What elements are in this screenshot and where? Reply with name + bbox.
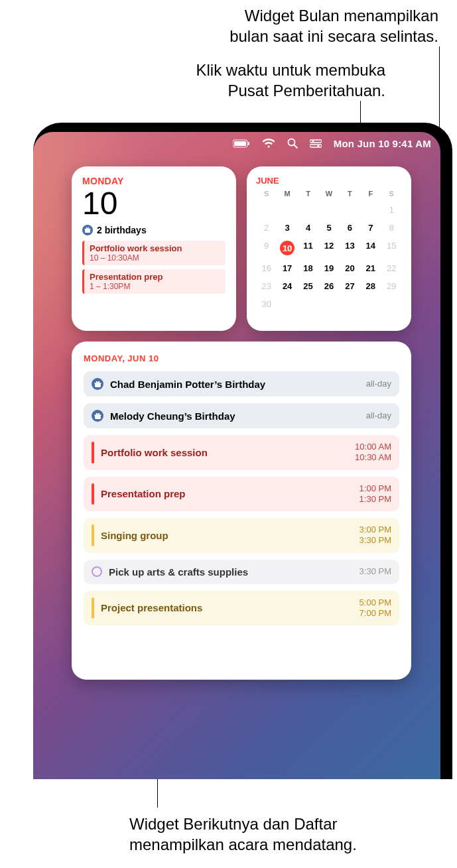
event-color-bar	[92, 442, 94, 464]
calendar-day[interactable]: 9	[256, 237, 277, 259]
gift-icon	[92, 410, 103, 422]
calendar-day[interactable]: 5	[318, 219, 339, 236]
calendar-day[interactable]: 21	[360, 260, 381, 277]
calendar-day	[381, 296, 402, 312]
month-name: JUNE	[256, 176, 402, 186]
device-frame: Mon Jun 10 9:41 AM MONDAY 10 2 birthdays…	[33, 123, 452, 779]
calendar-day[interactable]: 11	[298, 237, 318, 259]
calendar-day	[318, 202, 339, 218]
event-row[interactable]: Project presentations 5:00 PM7:00 PM	[84, 591, 399, 626]
calendar-day	[277, 296, 297, 312]
event-title: Melody Cheung’s Birthday	[110, 410, 366, 422]
dow-label: F	[360, 190, 381, 200]
svg-rect-5	[310, 140, 322, 143]
calendar-day[interactable]: 29	[381, 278, 402, 294]
event-color-bar	[92, 483, 94, 505]
svg-rect-7	[310, 145, 322, 147]
event-time: all-day	[366, 410, 391, 421]
menubar-clock[interactable]: Mon Jun 10 9:41 AM	[334, 138, 431, 149]
svg-rect-14	[97, 383, 98, 387]
event-color-bar	[92, 525, 94, 546]
calendar-day	[318, 296, 339, 312]
calendar-day	[256, 202, 277, 218]
notification-center-widgets: MONDAY 10 2 birthdays Portfolio work ses…	[72, 166, 427, 680]
event-row[interactable]: Pick up arts & crafts supplies 3:30 PM	[84, 560, 399, 584]
calendar-list-widget[interactable]: MONDAY, JUN 10 Chad Benjamin Potter’s Bi…	[72, 341, 411, 680]
event-title: Portfolio work session	[101, 447, 355, 458]
calendar-day[interactable]: 17	[277, 260, 297, 277]
calendar-day[interactable]: 30	[256, 296, 277, 312]
month-grid: SMTWTFS123456789101112131415161718192021…	[256, 190, 402, 312]
event-row[interactable]: Presentation prep 1:00 PM1:30 PM	[84, 477, 399, 512]
mini-event-title: Portfolio work session	[90, 243, 220, 253]
svg-point-6	[312, 140, 314, 142]
reminder-ring-icon[interactable]	[92, 566, 102, 577]
event-time: 3:00 PM3:30 PM	[359, 525, 391, 546]
event-row[interactable]: Melody Cheung’s Birthday all-day	[84, 403, 399, 428]
dow-label: W	[318, 190, 339, 200]
calendar-day	[360, 296, 381, 312]
svg-rect-2	[248, 142, 249, 145]
calendar-day[interactable]: 23	[256, 278, 277, 294]
today-mini-event: Portfolio work session 10 – 10:30AM	[82, 241, 226, 265]
dow-label: T	[340, 190, 360, 200]
mini-event-time: 1 – 1:30PM	[90, 282, 220, 291]
event-title: Presentation prep	[101, 488, 359, 499]
calendar-day	[298, 296, 318, 312]
menubar: Mon Jun 10 9:41 AM	[33, 132, 440, 155]
event-time: 1:00 PM1:30 PM	[359, 483, 391, 505]
birthdays-row: 2 birthdays	[82, 225, 226, 235]
calendar-day[interactable]: 8	[381, 219, 402, 236]
calendar-day[interactable]: 26	[318, 278, 339, 294]
event-row[interactable]: Portfolio work session 10:00 AM10:30 AM	[84, 435, 399, 470]
calendar-day[interactable]: 6	[340, 219, 360, 236]
calendar-today-widget[interactable]: MONDAY 10 2 birthdays Portfolio work ses…	[72, 166, 236, 331]
calendar-day[interactable]: 16	[256, 260, 277, 277]
callout-list-widget: Widget Berikutnya dan Daftar menampilkan…	[129, 814, 357, 855]
dow-label: M	[277, 190, 297, 200]
calendar-day[interactable]: 2	[256, 219, 277, 236]
event-row[interactable]: Chad Benjamin Potter’s Birthday all-day	[84, 371, 399, 397]
search-icon[interactable]	[287, 138, 298, 149]
battery-icon[interactable]	[233, 139, 250, 148]
list-date-header: MONDAY, JUN 10	[84, 353, 399, 363]
calendar-day-today[interactable]: 10	[277, 237, 297, 259]
mini-event-time: 10 – 10:30AM	[90, 253, 220, 263]
calendar-month-widget[interactable]: JUNE SMTWTFS1234567891011121314151617181…	[247, 166, 411, 331]
event-title: Project presentations	[101, 602, 359, 613]
event-row[interactable]: Singing group 3:00 PM3:30 PM	[84, 518, 399, 553]
event-color-bar	[92, 597, 94, 619]
svg-rect-11	[87, 229, 88, 233]
calendar-day[interactable]: 18	[298, 260, 318, 277]
calendar-day[interactable]: 24	[277, 278, 297, 294]
calendar-day[interactable]: 20	[340, 260, 360, 277]
desktop-screen: Mon Jun 10 9:41 AM MONDAY 10 2 birthdays…	[33, 132, 440, 779]
calendar-day[interactable]: 14	[360, 237, 381, 259]
calendar-day[interactable]: 15	[381, 237, 402, 259]
svg-line-4	[294, 145, 297, 149]
today-daynumber: 10	[82, 188, 226, 219]
calendar-day[interactable]: 4	[298, 219, 318, 236]
calendar-day[interactable]: 27	[340, 278, 360, 294]
svg-rect-1	[234, 141, 246, 146]
calendar-day[interactable]: 3	[277, 219, 297, 236]
calendar-day[interactable]: 1	[381, 202, 402, 218]
dow-label: T	[298, 190, 318, 200]
calendar-day[interactable]: 7	[360, 219, 381, 236]
today-mini-event: Presentation prep 1 – 1:30PM	[82, 269, 226, 294]
calendar-day[interactable]: 25	[298, 278, 318, 294]
calendar-day[interactable]: 28	[360, 278, 381, 294]
mini-event-title: Presentation prep	[90, 272, 220, 282]
svg-rect-17	[97, 414, 98, 419]
calendar-day[interactable]: 13	[340, 237, 360, 259]
control-center-icon[interactable]	[310, 139, 322, 148]
wifi-icon[interactable]	[262, 139, 275, 148]
calendar-day[interactable]: 12	[318, 237, 339, 259]
callout-month-widget: Widget Bulan menampilkan bulan saat ini …	[229, 5, 438, 46]
birthdays-count: 2 birthdays	[97, 225, 147, 235]
calendar-day[interactable]: 22	[381, 260, 402, 277]
calendar-day[interactable]: 19	[318, 260, 339, 277]
gift-icon	[82, 225, 93, 235]
calendar-day	[277, 202, 297, 218]
event-time: 5:00 PM7:00 PM	[359, 597, 391, 619]
